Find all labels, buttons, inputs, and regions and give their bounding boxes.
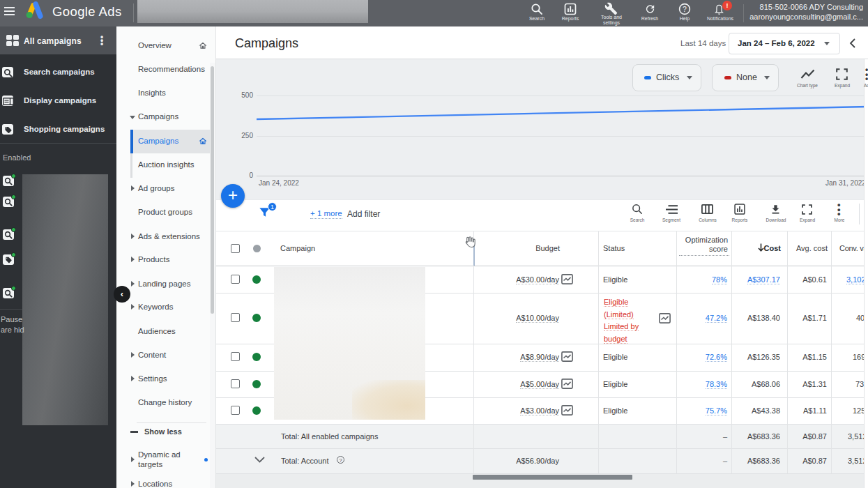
- svg-text:?: ?: [683, 5, 687, 13]
